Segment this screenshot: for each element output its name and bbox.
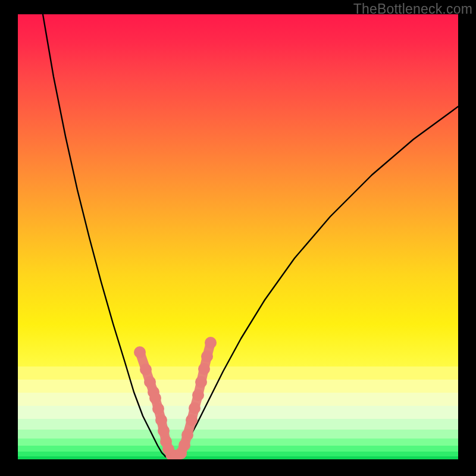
color-band (18, 439, 458, 446)
color-band (18, 430, 458, 439)
chart-frame: TheBottleneck.com (0, 0, 476, 476)
color-band (18, 456, 458, 459)
color-band (18, 406, 458, 419)
plot-area (18, 14, 458, 459)
attribution-text: TheBottleneck.com (353, 1, 472, 17)
color-band (18, 452, 458, 456)
color-band (18, 367, 458, 380)
gradient-background (18, 14, 458, 367)
color-band (18, 380, 458, 393)
color-band (18, 393, 458, 406)
color-band (18, 419, 458, 430)
color-band (18, 446, 458, 452)
